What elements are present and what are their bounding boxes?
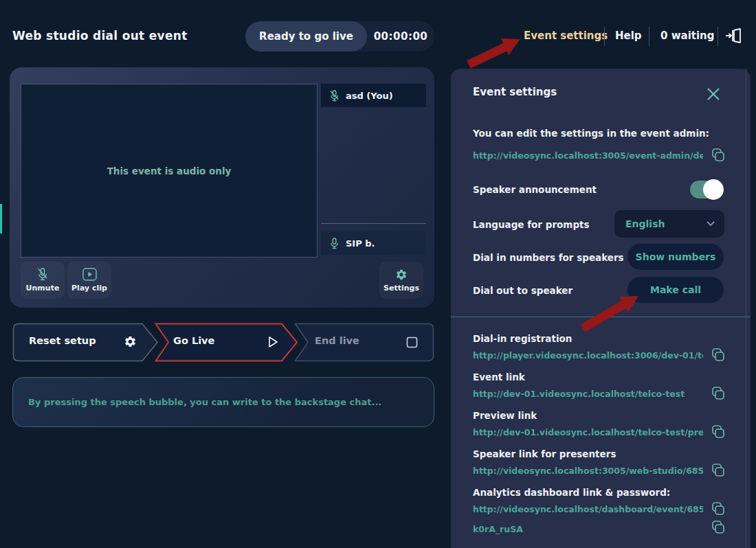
participant-name: SIP b. bbox=[346, 238, 375, 249]
language-label: Language for prompts bbox=[473, 219, 590, 230]
mic-muted-icon bbox=[329, 90, 340, 102]
copy-icon[interactable] bbox=[710, 520, 725, 535]
language-value: English bbox=[625, 218, 707, 229]
play-clip-button[interactable]: Play clip bbox=[67, 262, 111, 299]
copy-icon[interactable] bbox=[710, 148, 725, 163]
link-url[interactable]: http://dev-01.videosync.localhost/telco-… bbox=[473, 389, 685, 399]
go-live-label: Go Live bbox=[173, 335, 214, 346]
speaker-announcement-toggle[interactable] bbox=[690, 181, 723, 198]
link-label: Analytics dashboard link & password: bbox=[473, 487, 670, 498]
edge-accent bbox=[0, 204, 2, 233]
exit-icon[interactable] bbox=[725, 27, 743, 44]
link-label: Event link bbox=[473, 372, 525, 383]
chat-hint-text: By pressing the speech bubble, you can w… bbox=[28, 397, 381, 407]
web-studio-app: Web studio dial out event Ready to go li… bbox=[0, 0, 756, 548]
unmute-button[interactable]: Unmute bbox=[21, 262, 65, 299]
annotation-arrow-make-call bbox=[576, 291, 645, 334]
make-call-label: Make call bbox=[650, 284, 701, 295]
copy-icon[interactable] bbox=[710, 386, 725, 401]
language-select[interactable]: English bbox=[614, 210, 724, 238]
settings-label: Settings bbox=[383, 284, 419, 293]
gear-icon bbox=[395, 269, 408, 281]
stage-panel: This event is audio only asd (You) SIP b… bbox=[10, 67, 434, 308]
stage-settings-button[interactable]: Settings bbox=[379, 262, 423, 299]
play-icon bbox=[268, 336, 278, 348]
show-numbers-label: Show numbers bbox=[636, 251, 716, 262]
link-url[interactable]: http://player.videosync.localhost:3006/d… bbox=[473, 350, 703, 361]
link-url[interactable]: http://dev-01.videosync.localhost/telco-… bbox=[473, 427, 703, 437]
backstage-chat-hint[interactable]: By pressing the speech bubble, you can w… bbox=[12, 377, 434, 427]
close-icon[interactable] bbox=[707, 87, 720, 101]
link-label: Preview link bbox=[473, 410, 537, 421]
participant-name: asd (You) bbox=[346, 91, 393, 101]
nav-event-settings[interactable]: Event settings bbox=[524, 30, 608, 42]
show-numbers-button[interactable]: Show numbers bbox=[627, 244, 724, 270]
mic-muted-icon bbox=[36, 268, 49, 281]
nav-divider bbox=[718, 27, 718, 46]
dial-in-numbers-label: Dial in numbers for speakers bbox=[473, 252, 624, 263]
reset-setup-label: Reset setup bbox=[29, 335, 96, 346]
video-preview: This event is audio only bbox=[21, 84, 318, 258]
end-live-label: End live bbox=[315, 335, 359, 346]
live-status-pill: Ready to go live 00:00:00 bbox=[245, 21, 434, 52]
link-url[interactable]: http://videosync.localhost:3005/web-stud… bbox=[473, 466, 703, 476]
nav-divider bbox=[604, 27, 605, 46]
link-label: Dial-in registration bbox=[473, 333, 572, 344]
annotation-arrow-event-settings bbox=[460, 33, 526, 71]
scrollbar[interactable] bbox=[746, 69, 746, 548]
audio-only-message: This event is audio only bbox=[107, 165, 232, 176]
participant-tile-sip[interactable]: SIP b. bbox=[321, 231, 426, 255]
gear-icon bbox=[124, 335, 137, 348]
admin-hint: You can edit the settings in the event a… bbox=[473, 128, 709, 139]
event-timer: 00:00:00 bbox=[367, 30, 434, 43]
play-clip-label: Play clip bbox=[71, 284, 107, 293]
participant-divider bbox=[321, 223, 426, 224]
copy-icon[interactable] bbox=[710, 424, 725, 439]
participant-tile-self[interactable]: asd (You) bbox=[321, 84, 426, 107]
dial-out-label: Dial out to speaker bbox=[473, 285, 572, 296]
ready-status: Ready to go live bbox=[245, 21, 367, 52]
nav-waiting-count[interactable]: 0 waiting bbox=[660, 30, 715, 42]
page-title: Web studio dial out event bbox=[12, 29, 188, 43]
copy-icon[interactable] bbox=[710, 463, 725, 478]
chevron-down-icon bbox=[707, 221, 715, 227]
mic-icon bbox=[329, 238, 340, 249]
speaker-announcement-label: Speaker announcement bbox=[473, 184, 597, 195]
copy-icon[interactable] bbox=[710, 501, 725, 516]
link-label: Speaker link for presenters bbox=[473, 448, 616, 459]
dashboard-password[interactable]: k0rA_ruSA bbox=[473, 524, 523, 534]
stop-square-icon bbox=[406, 336, 418, 348]
admin-url-link[interactable]: http://videosync.localhost:3005/event-ad… bbox=[473, 150, 703, 161]
nav-help[interactable]: Help bbox=[615, 30, 642, 42]
link-url[interactable]: http://videosync.localhost/dashboard/eve… bbox=[473, 504, 703, 514]
unmute-label: Unmute bbox=[26, 284, 60, 293]
nav-divider bbox=[649, 27, 649, 46]
copy-icon[interactable] bbox=[710, 347, 725, 363]
panel-title: Event settings bbox=[473, 86, 557, 98]
toggle-knob bbox=[703, 179, 724, 200]
play-clip-icon bbox=[82, 268, 97, 281]
